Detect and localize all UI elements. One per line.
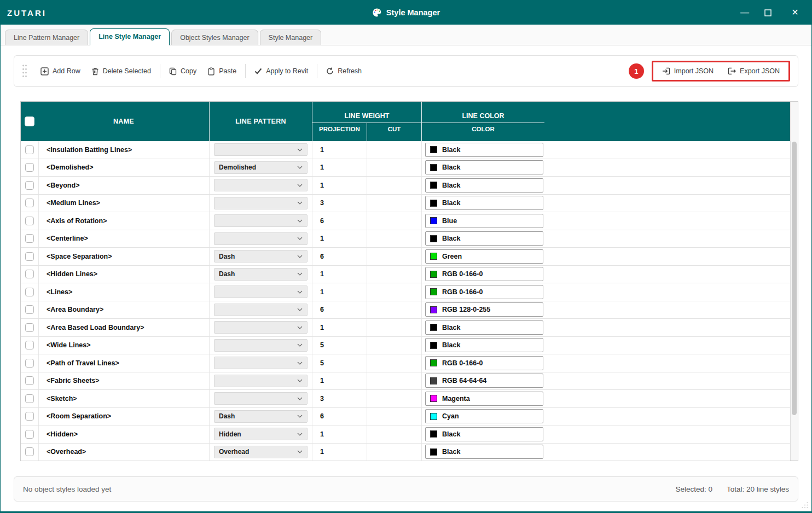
column-header-line-weight[interactable]: LINE WEIGHT PROJECTION CUT — [312, 102, 421, 141]
row-projection-weight[interactable]: 5 — [312, 337, 367, 354]
line-color-picker[interactable]: Magenta — [425, 392, 543, 406]
row-checkbox[interactable] — [25, 376, 34, 385]
refresh-button[interactable]: Refresh — [321, 63, 367, 79]
line-color-picker[interactable]: RGB 0-166-0 — [425, 356, 543, 370]
line-color-picker[interactable]: Black — [425, 320, 543, 335]
minimize-button[interactable]: — — [739, 8, 750, 17]
row-cut-weight[interactable] — [367, 301, 421, 319]
row-checkbox[interactable] — [25, 163, 34, 172]
line-pattern-select[interactable]: Dash — [214, 268, 308, 281]
row-projection-weight[interactable]: 1 — [312, 444, 367, 461]
line-pattern-select[interactable] — [214, 214, 308, 227]
row-checkbox[interactable] — [25, 323, 34, 332]
row-projection-weight[interactable]: 6 — [312, 408, 367, 425]
line-color-picker[interactable]: Black — [425, 160, 543, 174]
tab-style-manager[interactable]: Style Manager — [260, 30, 322, 45]
row-cut-weight[interactable] — [367, 212, 421, 230]
line-pattern-select[interactable]: Hidden — [214, 428, 308, 440]
row-checkbox[interactable] — [25, 288, 34, 296]
line-color-picker[interactable]: Black — [425, 445, 543, 459]
line-color-picker[interactable]: Black — [425, 338, 543, 352]
row-projection-weight[interactable]: 1 — [312, 372, 367, 390]
line-color-picker[interactable]: Black — [425, 143, 543, 157]
line-color-picker[interactable]: Black — [425, 231, 543, 246]
tab-object-styles-manager[interactable]: Object Styles Manager — [171, 30, 258, 45]
line-pattern-select[interactable]: Overhead — [214, 446, 308, 458]
paste-button[interactable]: Paste — [202, 63, 242, 79]
row-cut-weight[interactable] — [367, 408, 421, 425]
row-cut-weight[interactable] — [367, 159, 421, 177]
delete-selected-button[interactable]: Delete Selected — [86, 63, 156, 79]
row-cut-weight[interactable] — [367, 177, 421, 194]
import-json-button[interactable]: Import JSON — [661, 66, 715, 77]
row-projection-weight[interactable]: 1 — [312, 266, 367, 283]
line-pattern-select[interactable] — [214, 375, 308, 387]
row-cut-weight[interactable] — [367, 319, 421, 336]
select-all-checkbox[interactable] — [25, 116, 34, 126]
line-pattern-select[interactable] — [214, 357, 308, 369]
row-checkbox[interactable] — [25, 199, 34, 207]
tab-line-pattern-manager[interactable]: Line Pattern Manager — [5, 30, 88, 45]
row-projection-weight[interactable]: 1 — [312, 159, 367, 177]
copy-button[interactable]: Copy — [164, 63, 202, 79]
row-cut-weight[interactable] — [367, 372, 421, 390]
row-projection-weight[interactable]: 1 — [312, 141, 367, 159]
vertical-scrollbar[interactable] — [790, 102, 798, 460]
row-projection-weight[interactable]: 6 — [312, 301, 367, 319]
apply-to-revit-button[interactable]: Apply to Revit — [249, 63, 314, 79]
line-color-picker[interactable]: RGB 0-166-0 — [425, 267, 543, 281]
line-color-picker[interactable]: Blue — [425, 214, 543, 228]
drag-handle-icon[interactable] — [22, 64, 27, 78]
row-projection-weight[interactable]: 1 — [312, 319, 367, 336]
row-cut-weight[interactable] — [367, 195, 421, 212]
line-color-picker[interactable]: RGB 0-166-0 — [425, 285, 543, 299]
line-pattern-select[interactable] — [214, 304, 308, 316]
row-checkbox[interactable] — [25, 394, 34, 403]
line-color-picker[interactable]: RGB 64-64-64 — [425, 374, 543, 388]
maximize-button[interactable] — [764, 9, 775, 16]
line-pattern-select[interactable] — [214, 392, 308, 405]
row-cut-weight[interactable] — [367, 444, 421, 461]
row-cut-weight[interactable] — [367, 337, 421, 354]
row-checkbox[interactable] — [25, 252, 34, 261]
add-row-button[interactable]: Add Row — [35, 63, 86, 79]
row-projection-weight[interactable]: 3 — [312, 195, 367, 212]
line-pattern-select[interactable] — [214, 321, 308, 334]
row-cut-weight[interactable] — [367, 283, 421, 301]
row-cut-weight[interactable] — [367, 230, 421, 248]
line-pattern-select[interactable] — [214, 143, 308, 156]
column-header-name[interactable]: NAME — [38, 102, 209, 141]
row-projection-weight[interactable]: 1 — [312, 230, 367, 248]
row-cut-weight[interactable] — [367, 266, 421, 283]
line-color-picker[interactable]: Black — [425, 178, 543, 193]
row-checkbox[interactable] — [25, 359, 34, 368]
row-checkbox[interactable] — [25, 181, 34, 190]
line-pattern-select[interactable]: Demolished — [214, 161, 308, 174]
column-header-cut[interactable]: CUT — [367, 123, 421, 141]
row-checkbox[interactable] — [25, 145, 34, 154]
row-cut-weight[interactable] — [367, 425, 421, 443]
row-checkbox[interactable] — [25, 234, 34, 243]
row-projection-weight[interactable]: 6 — [312, 248, 367, 265]
row-checkbox[interactable] — [25, 217, 34, 225]
tab-line-style-manager[interactable]: Line Style Manager — [90, 28, 170, 45]
row-checkbox[interactable] — [25, 447, 34, 456]
column-header-line-color[interactable]: LINE COLOR COLOR — [421, 102, 790, 141]
row-projection-weight[interactable]: 3 — [312, 390, 367, 407]
column-header-line-pattern[interactable]: LINE PATTERN — [209, 102, 312, 141]
row-checkbox[interactable] — [25, 305, 34, 314]
close-button[interactable]: ✕ — [790, 8, 801, 17]
line-color-picker[interactable]: Green — [425, 249, 543, 264]
row-projection-weight[interactable]: 1 — [312, 283, 367, 301]
row-checkbox[interactable] — [25, 341, 34, 349]
line-pattern-select[interactable] — [214, 232, 308, 245]
row-cut-weight[interactable] — [367, 248, 421, 265]
scrollbar-thumb[interactable] — [792, 142, 797, 415]
row-projection-weight[interactable]: 6 — [312, 212, 367, 230]
line-color-picker[interactable]: Black — [425, 196, 543, 210]
line-pattern-select[interactable]: Dash — [214, 250, 308, 263]
export-json-button[interactable]: Export JSON — [727, 66, 781, 77]
line-color-picker[interactable]: Black — [425, 427, 543, 441]
line-pattern-select[interactable] — [214, 179, 308, 191]
row-cut-weight[interactable] — [367, 141, 421, 159]
